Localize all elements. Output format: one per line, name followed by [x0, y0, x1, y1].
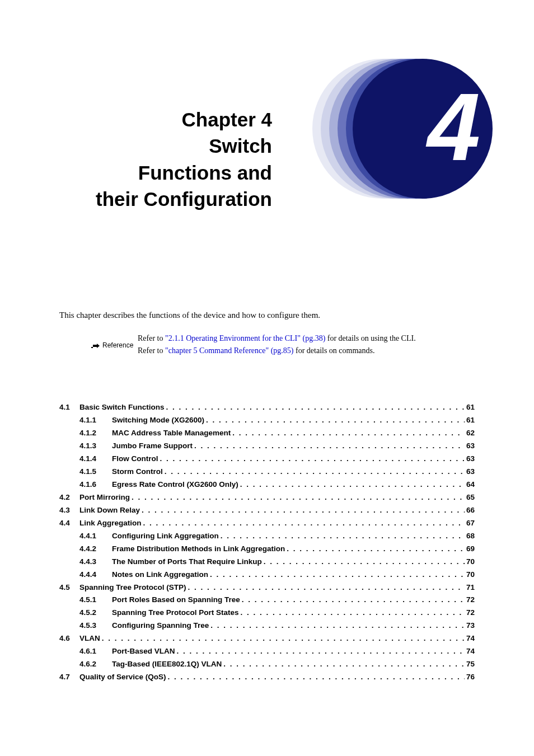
reference-link[interactable]: "chapter 5 Command Reference" (pg.85) — [165, 346, 294, 355]
toc-entry[interactable]: 4.4.2Frame Distribution Methods in Link … — [59, 543, 475, 556]
toc-leader — [188, 581, 465, 594]
reference-text: for details on using the CLI. — [325, 334, 415, 342]
toc-leader — [206, 414, 465, 427]
toc-number: 4.1.2 — [79, 427, 112, 440]
toc-page: 63 — [466, 440, 475, 453]
toc-entry[interactable]: 4.1Basic Switch Functions61 — [59, 401, 475, 414]
chapter-title-line: Functions and — [59, 159, 272, 186]
chapter-number: 4 — [427, 79, 476, 175]
toc-leader — [210, 619, 465, 632]
toc-title: Egress Rate Control (XG2600 Only) — [112, 478, 238, 491]
toc-title: Basic Switch Functions — [79, 401, 165, 414]
toc-entry[interactable]: 4.3Link Down Relay66 — [59, 504, 475, 517]
toc-title: MAC Address Table Management — [112, 427, 231, 440]
toc-entry[interactable]: 4.4Link Aggregation67 — [59, 517, 475, 530]
toc-leader — [177, 645, 465, 658]
toc-page: 75 — [466, 658, 475, 671]
page: Chapter 4 Switch Functions and their Con… — [0, 0, 534, 756]
reference-lines: Refer to "2.1.1 Operating Environment fo… — [138, 332, 475, 356]
toc-page: 63 — [466, 453, 475, 466]
toc-number: 4.1 — [59, 401, 79, 414]
toc-entry[interactable]: 4.1.3Jumbo Frame Support63 — [59, 440, 475, 453]
toc-entry[interactable]: 4.6.2Tag-Based (IEEE802.1Q) VLAN75 — [59, 658, 475, 671]
toc-number: 4.6 — [59, 632, 79, 645]
toc-page: 70 — [466, 569, 475, 581]
toc-entry[interactable]: 4.1.4Flow Control63 — [59, 453, 475, 466]
toc-leader — [232, 427, 465, 440]
toc-leader — [264, 556, 465, 569]
toc-leader — [242, 594, 465, 607]
toc-entry[interactable]: 4.5.3Configuring Spanning Tree73 — [59, 619, 475, 632]
chapter-number-badge: 4 — [312, 56, 491, 201]
toc-number: 4.4.1 — [79, 530, 112, 543]
toc-entry[interactable]: 4.5Spanning Tree Protocol (STP)71 — [59, 581, 475, 594]
toc-leader — [142, 504, 465, 517]
toc-entry[interactable]: 4.6.1Port-Based VLAN74 — [59, 645, 475, 658]
reference-text: Refer to — [138, 346, 165, 355]
toc-entry[interactable]: 4.5.2Spanning Tree Protocol Port States7… — [59, 607, 475, 619]
chapter-header: Chapter 4 Switch Functions and their Con… — [59, 56, 475, 213]
toc-entry[interactable]: 4.4.1Configuring Link Aggregation68 — [59, 530, 475, 543]
toc-leader — [241, 607, 465, 619]
chapter-title-line: Switch — [59, 133, 272, 159]
toc-page: 61 — [466, 401, 475, 414]
toc-leader — [143, 517, 465, 530]
toc-number: 4.4.3 — [79, 556, 112, 569]
toc-page: 73 — [466, 619, 475, 632]
toc-title: Port-Based VLAN — [112, 645, 175, 658]
toc-number: 4.1.3 — [79, 440, 112, 453]
toc-number: 4.5.2 — [79, 607, 112, 619]
toc-number: 4.5 — [59, 581, 79, 594]
toc-title: Spanning Tree Protocol (STP) — [79, 581, 186, 594]
toc-page: 61 — [466, 414, 475, 427]
toc-leader — [223, 658, 465, 671]
reference-link[interactable]: "2.1.1 Operating Environment for the CLI… — [165, 334, 325, 342]
toc-entry[interactable]: 4.7Quality of Service (QoS)76 — [59, 671, 475, 684]
toc-title: Port Roles Based on Spanning Tree — [112, 594, 240, 607]
toc-leader — [194, 440, 465, 453]
toc-title: Configuring Link Aggregation — [112, 530, 219, 543]
toc-leader — [287, 543, 465, 556]
toc-entry[interactable]: 4.2Port Mirroring65 — [59, 491, 475, 504]
toc-number: 4.6.1 — [79, 645, 112, 658]
toc-leader — [165, 466, 465, 478]
toc-page: 72 — [466, 594, 475, 607]
toc-entry[interactable]: 4.4.3The Number of Ports That Require Li… — [59, 556, 475, 569]
toc-leader — [132, 491, 465, 504]
toc-page: 74 — [466, 645, 475, 658]
toc-entry[interactable]: 4.1.6Egress Rate Control (XG2600 Only)64 — [59, 478, 475, 491]
toc-leader — [221, 530, 465, 543]
reference-line: Refer to "chapter 5 Command Reference" (… — [138, 345, 475, 357]
reference-text: Refer to — [138, 334, 165, 342]
toc-title: VLAN — [79, 632, 100, 645]
toc-title: Link Aggregation — [79, 517, 142, 530]
toc-number: 4.2 — [59, 491, 79, 504]
toc-title: Jumbo Frame Support — [112, 440, 193, 453]
toc-page: 65 — [466, 491, 475, 504]
toc-page: 76 — [466, 671, 475, 684]
toc-title: Configuring Spanning Tree — [112, 619, 209, 632]
toc-leader — [166, 401, 465, 414]
toc-entry[interactable]: 4.6VLAN74 — [59, 632, 475, 645]
toc-number: 4.5.1 — [79, 594, 112, 607]
toc-page: 70 — [466, 556, 475, 569]
toc-page: 69 — [466, 543, 475, 556]
toc-entry[interactable]: 4.1.1Switching Mode (XG2600)61 — [59, 414, 475, 427]
toc-title: Flow Control — [112, 453, 158, 466]
toc-leader — [102, 632, 465, 645]
toc-title: Quality of Service (QoS) — [79, 671, 166, 684]
toc-title: Tag-Based (IEEE802.1Q) VLAN — [112, 658, 222, 671]
toc-entry[interactable]: 4.4.4Notes on Link Aggregation70 — [59, 569, 475, 581]
toc-page: 71 — [466, 581, 475, 594]
toc-entry[interactable]: 4.1.5Storm Control63 — [59, 466, 475, 478]
toc-leader — [210, 569, 465, 581]
toc-entry[interactable]: 4.1.2MAC Address Table Management62 — [59, 427, 475, 440]
toc-title: Port Mirroring — [79, 491, 130, 504]
toc-entry[interactable]: 4.5.1Port Roles Based on Spanning Tree72 — [59, 594, 475, 607]
toc-number: 4.7 — [59, 671, 79, 684]
chapter-title-line: Chapter 4 — [59, 106, 272, 133]
toc-number: 4.4 — [59, 517, 79, 530]
toc-title: Frame Distribution Methods in Link Aggre… — [112, 543, 285, 556]
toc-leader — [168, 671, 465, 684]
reference-label-text: Reference — [102, 341, 133, 349]
